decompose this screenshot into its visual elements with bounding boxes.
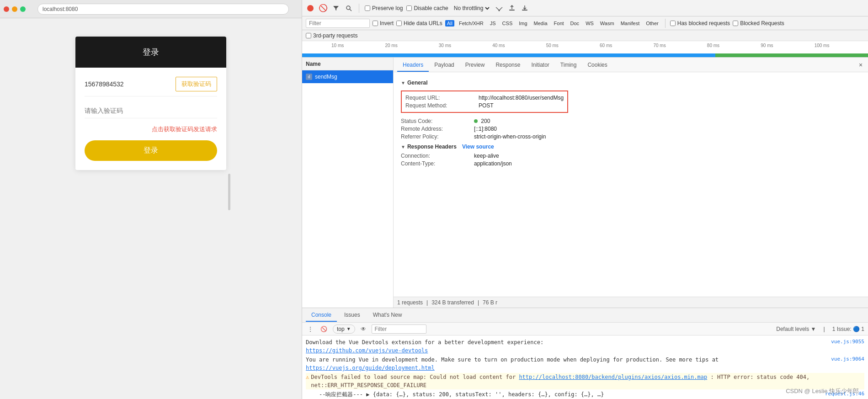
- record-button[interactable]: [306, 4, 315, 13]
- console-tab-whats-new[interactable]: What's New: [367, 309, 408, 322]
- remote-address-label: Remote Address:: [401, 126, 474, 132]
- console-default-levels[interactable]: Default levels ▼: [776, 326, 816, 332]
- console-tabs: Console Issues What's New: [302, 308, 868, 323]
- invert-checkbox[interactable]: Invert: [373, 20, 394, 27]
- disable-cache-checkbox[interactable]: Disable cache: [406, 5, 448, 11]
- console-clear-btn[interactable]: 🚫: [319, 325, 329, 333]
- third-party-input[interactable]: [306, 33, 311, 38]
- svg-point-0: [346, 6, 350, 10]
- console-tab-console[interactable]: Console: [306, 309, 337, 322]
- network-list-item-sendmsg[interactable]: d sendMsg: [302, 70, 393, 83]
- general-section-header[interactable]: ▼ General: [401, 80, 861, 86]
- network-list: Name d sendMsg: [302, 58, 394, 308]
- maximize-btn[interactable]: [20, 6, 26, 12]
- wifi-icon-btn[interactable]: [495, 4, 504, 13]
- close-detail-button[interactable]: ×: [857, 61, 864, 69]
- hide-data-urls-input[interactable]: [396, 21, 402, 26]
- login-body: 获取验证码 点击获取验证码发送请求 登录: [75, 68, 226, 170]
- view-source-link[interactable]: View source: [462, 144, 494, 150]
- record-icon: [307, 5, 314, 11]
- console-source-1[interactable]: vue.js:9055: [822, 338, 864, 346]
- console-link-1[interactable]: https://github.com/vuejs/vue-devtools: [306, 347, 428, 354]
- blocked-requests-checkbox[interactable]: Blocked Requests: [733, 20, 784, 27]
- filter-manifest[interactable]: Manifest: [619, 20, 642, 27]
- preserve-log-input[interactable]: [365, 5, 370, 11]
- connection-label: Connection:: [401, 153, 474, 159]
- filter-font[interactable]: Font: [552, 20, 566, 27]
- content-type-row: Content-Type: application/json: [401, 160, 861, 167]
- tab-payload[interactable]: Payload: [429, 59, 459, 72]
- timeline-70ms: 70 ms: [653, 43, 707, 48]
- resources-size: 76 B r: [483, 299, 497, 306]
- timeline-50ms: 50 ms: [546, 43, 600, 48]
- tab-preview[interactable]: Preview: [460, 59, 490, 72]
- timeline-labels: 10 ms 20 ms 30 ms 40 ms 50 ms 60 ms 70 m…: [302, 43, 868, 48]
- console-eye-btn[interactable]: 👁: [359, 325, 368, 333]
- console-source-2[interactable]: vue.js:9064: [822, 356, 864, 363]
- clear-button[interactable]: 🚫: [319, 4, 328, 13]
- get-code-button[interactable]: 获取验证码: [176, 77, 217, 91]
- filter-input[interactable]: [306, 19, 370, 28]
- tab-response[interactable]: Response: [490, 59, 526, 72]
- tab-headers[interactable]: Headers: [397, 59, 429, 72]
- tab-cookies[interactable]: Cookies: [582, 59, 612, 72]
- network-main-area: Name d sendMsg × Headers Payload Preview…: [302, 58, 868, 308]
- preserve-log-checkbox[interactable]: Preserve log: [365, 5, 403, 11]
- phone-input[interactable]: [85, 80, 171, 88]
- filter-ws[interactable]: WS: [584, 20, 596, 27]
- third-party-label: 3rd-party requests: [313, 32, 357, 39]
- disable-cache-label: Disable cache: [414, 5, 448, 11]
- filter-css[interactable]: CSS: [501, 20, 515, 27]
- filter-media[interactable]: Media: [532, 20, 549, 27]
- invert-label: Invert: [380, 20, 394, 27]
- console-tab-issues[interactable]: Issues: [339, 309, 366, 322]
- filter-icon-btn[interactable]: [331, 4, 341, 13]
- invert-input[interactable]: [373, 21, 378, 26]
- download-icon-btn[interactable]: [520, 4, 529, 13]
- preserve-log-label: Preserve log: [372, 5, 403, 11]
- disable-cache-input[interactable]: [406, 5, 412, 11]
- timeline-bar: 10 ms 20 ms 30 ms 40 ms 50 ms 60 ms 70 m…: [302, 41, 868, 58]
- has-blocked-input[interactable]: [670, 21, 676, 26]
- filter-js[interactable]: JS: [488, 20, 498, 27]
- console-link-2[interactable]: https://vuejs.org/guide/deployment.html: [306, 365, 435, 371]
- search-button[interactable]: [344, 4, 353, 13]
- console-issues-count[interactable]: 1 Issue: 🔵 1: [832, 326, 864, 332]
- blocked-requests-input[interactable]: [733, 21, 738, 26]
- filter-fetch-xhr[interactable]: Fetch/XHR: [457, 20, 485, 27]
- third-party-checkbox[interactable]: 3rd-party requests: [306, 32, 357, 39]
- filter-img[interactable]: Img: [517, 20, 529, 27]
- hint-text: 点击获取验证码发送请求: [85, 125, 217, 133]
- console-filter-input[interactable]: [372, 325, 426, 334]
- timeline-40ms: 40 ms: [492, 43, 546, 48]
- transferred-size: 324 B transferred: [431, 299, 474, 306]
- address-bar[interactable]: localhost:8080: [37, 4, 289, 15]
- has-blocked-checkbox[interactable]: Has blocked requests: [670, 20, 730, 27]
- tab-initiator[interactable]: Initiator: [526, 59, 554, 72]
- timeline-30ms: 30 ms: [439, 43, 492, 48]
- console-content: Download the Vue Devtools extension for …: [302, 335, 868, 399]
- hide-data-urls-checkbox[interactable]: Hide data URLs: [396, 20, 442, 27]
- filter-separator: [665, 19, 666, 28]
- console-msg-4-text: --响应拦截器--- ▶ {data: {…}, status: 200, st…: [319, 390, 604, 399]
- filter-all[interactable]: All: [445, 20, 454, 27]
- minimize-btn[interactable]: [12, 6, 17, 12]
- close-btn[interactable]: [4, 6, 9, 12]
- filter-wasm[interactable]: Wasm: [598, 20, 616, 27]
- console-top-btn[interactable]: top ▼: [333, 325, 355, 334]
- throttle-select[interactable]: No throttling: [452, 5, 491, 12]
- verify-input[interactable]: [85, 103, 217, 118]
- filter-other[interactable]: Other: [644, 20, 660, 27]
- response-headers-section-header[interactable]: ▼ Response Headers View source: [401, 144, 861, 150]
- console-link-3[interactable]: http://localhost:8080/backend/plugins/ax…: [519, 374, 707, 380]
- filter-doc[interactable]: Doc: [569, 20, 581, 27]
- request-url-value: http://localhost:8080/user/sendMsg: [479, 95, 564, 101]
- panel-divider[interactable]: [228, 174, 230, 210]
- console-separator: |: [824, 326, 825, 332]
- timeline-90ms: 90 ms: [761, 43, 814, 48]
- console-menu-btn[interactable]: ⋮: [306, 325, 315, 333]
- console-msg-3: DevTools failed to load source map: Coul…: [311, 373, 864, 389]
- upload-icon-btn[interactable]: [507, 4, 517, 13]
- login-button[interactable]: 登录: [85, 140, 217, 161]
- tab-timing[interactable]: Timing: [555, 59, 582, 72]
